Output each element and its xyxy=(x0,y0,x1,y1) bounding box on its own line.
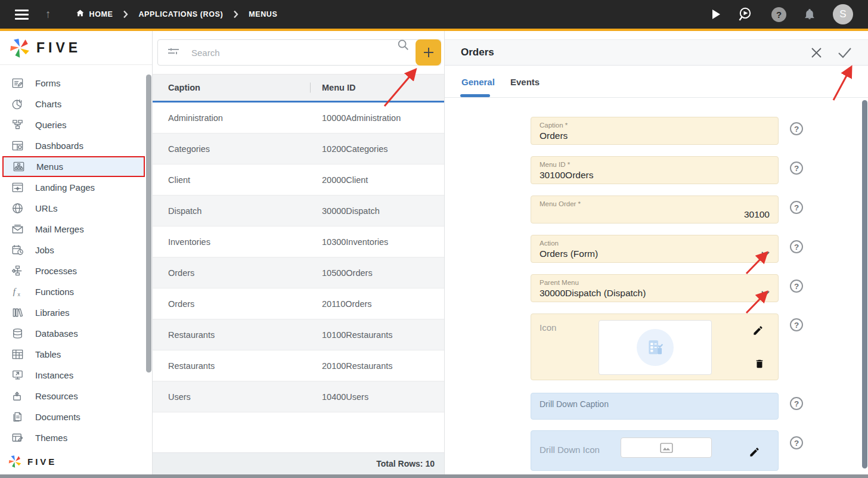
caption-field[interactable]: Caption * Orders xyxy=(531,117,779,145)
sidebar-item-label: Landing Pages xyxy=(35,182,95,193)
sidebar-item-themes[interactable]: Themes xyxy=(0,427,145,448)
help-icon[interactable]: ? xyxy=(790,318,803,331)
sidebar-item-functions[interactable]: fxFunctions xyxy=(0,281,145,302)
breadcrumb-home[interactable]: HOME xyxy=(75,8,113,20)
column-header-menu-id[interactable]: Menu ID xyxy=(310,83,444,92)
table-row[interactable]: Users10400Users xyxy=(153,381,444,412)
breadcrumb-menus[interactable]: MENUS xyxy=(249,10,277,18)
sidebar-item-landing-pages[interactable]: Landing Pages xyxy=(0,177,145,198)
help-icon[interactable]: ? xyxy=(790,201,803,214)
edit-icon[interactable] xyxy=(749,446,760,460)
tab-general[interactable]: General xyxy=(461,77,495,87)
cell-caption: Orders xyxy=(168,268,310,278)
breadcrumb-applications[interactable]: APPLICATIONS (ROS) xyxy=(138,10,223,18)
menus-icon xyxy=(12,160,26,173)
table-header[interactable]: Caption Menu ID xyxy=(153,74,444,103)
cell-menu-id: 20100Restaurants xyxy=(310,361,444,371)
table-row[interactable]: Orders20110Orders xyxy=(153,288,444,319)
action-field[interactable]: Action Orders (Form) xyxy=(531,235,779,263)
help-icon[interactable]: ? xyxy=(771,7,786,22)
help-icon[interactable]: ? xyxy=(790,280,803,293)
svg-text:f: f xyxy=(13,286,17,296)
sidebar-item-label: Themes xyxy=(35,433,67,443)
table-row[interactable]: Client20000Client xyxy=(153,164,444,195)
cell-menu-id: 10400Users xyxy=(310,392,444,402)
table-row[interactable]: Orders10500Orders xyxy=(153,257,444,288)
table-row[interactable]: Inventories10300Inventories xyxy=(153,226,444,257)
five-logo-bottom: FIVE xyxy=(7,454,57,469)
field-label: Menu Order * xyxy=(531,196,778,207)
field-label: Menu ID * xyxy=(531,157,778,168)
table-row[interactable]: Restaurants10100Restaurants xyxy=(153,319,444,350)
sidebar-item-processes[interactable]: Processes xyxy=(0,260,145,281)
drill-down-caption-field[interactable]: Drill Down Caption xyxy=(531,393,779,420)
table-row[interactable]: Administration10000Administration xyxy=(153,103,444,134)
field-label: Parent Menu xyxy=(531,275,778,286)
documents-icon xyxy=(11,410,24,424)
menu-icon[interactable] xyxy=(15,10,29,20)
help-icon[interactable]: ? xyxy=(790,240,803,253)
sidebar-item-label: Libraries xyxy=(35,308,70,318)
sidebar-item-resources[interactable]: Resources xyxy=(0,386,145,406)
databases-icon xyxy=(11,327,24,340)
run-icon[interactable] xyxy=(711,9,721,20)
menu-order-field[interactable]: Menu Order * 30100 xyxy=(531,195,779,224)
help-icon[interactable]: ? xyxy=(790,122,803,135)
detail-header: Orders xyxy=(445,39,868,66)
amber-accent-strip xyxy=(0,29,868,31)
five-logo[interactable]: FIVE xyxy=(8,36,81,60)
sidebar-item-dashboards[interactable]: Dashboards xyxy=(0,135,145,156)
forms-icon xyxy=(11,76,24,90)
help-icon[interactable]: ? xyxy=(790,162,803,175)
avatar[interactable]: S xyxy=(833,4,853,24)
sidebar-item-databases[interactable]: Databases xyxy=(0,323,145,344)
sidebar-scrollbar[interactable] xyxy=(146,75,151,373)
detail-tabs: General Events xyxy=(445,66,868,98)
parent-menu-dropdown-chevron[interactable] xyxy=(761,288,770,299)
table-row[interactable]: Restaurants20100Restaurants xyxy=(153,350,444,381)
drill-down-icon-field[interactable]: Drill Down Icon xyxy=(531,430,779,471)
sidebar-item-libraries[interactable]: Libraries xyxy=(0,302,145,323)
field-value: Orders xyxy=(531,129,778,141)
page-title: Orders xyxy=(461,46,494,58)
detail-scrollbar[interactable] xyxy=(862,100,867,468)
sidebar-item-documents[interactable]: Documents xyxy=(0,406,145,427)
tab-events[interactable]: Events xyxy=(510,77,540,87)
icon-field[interactable]: Icon xyxy=(531,314,779,380)
sidebar-item-jobs[interactable]: Jobs xyxy=(0,240,145,260)
field-value: Orders (Form) xyxy=(531,247,778,259)
cell-caption: Restaurants xyxy=(168,361,310,371)
sidebar-item-urls[interactable]: URLs xyxy=(0,198,145,219)
sidebar-item-charts[interactable]: Charts xyxy=(0,94,145,114)
horizontal-scrollbar[interactable] xyxy=(0,474,868,478)
edit-icon[interactable] xyxy=(752,325,764,339)
preview-icon[interactable] xyxy=(738,7,754,23)
help-icon[interactable]: ? xyxy=(790,397,803,410)
add-menu-button[interactable] xyxy=(416,39,441,66)
search-icon[interactable] xyxy=(396,38,410,54)
delete-icon[interactable] xyxy=(754,358,765,372)
parent-menu-field[interactable]: Parent Menu 30000Dispatch (Dispatch) xyxy=(531,274,779,302)
sidebar-item-tables[interactable]: Tables xyxy=(0,344,145,365)
field-value: 30100Orders xyxy=(531,168,778,181)
sidebar-item-mail-merges[interactable]: Mail Merges xyxy=(0,219,145,240)
cell-menu-id: 20110Orders xyxy=(310,299,444,309)
sidebar-item-queries[interactable]: Queries xyxy=(0,114,145,135)
action-dropdown-chevron[interactable] xyxy=(761,249,770,259)
sidebar-item-menus[interactable]: Menus xyxy=(2,156,145,177)
table-row[interactable]: Dispatch30000Dispatch xyxy=(153,195,444,226)
help-icon[interactable]: ? xyxy=(790,436,803,449)
menu-id-field[interactable]: Menu ID * 30100Orders xyxy=(531,156,779,184)
field-label: Drill Down Icon xyxy=(540,445,600,455)
close-button[interactable] xyxy=(811,47,822,58)
sidebar-item-forms[interactable]: Forms xyxy=(0,73,145,94)
column-header-caption[interactable]: Caption xyxy=(168,83,310,92)
arrow-up-icon[interactable]: ↑ xyxy=(45,8,51,21)
sidebar-item-instances[interactable]: Instances xyxy=(0,365,145,386)
five-wordmark: FIVE xyxy=(36,40,81,56)
notifications-icon[interactable] xyxy=(804,8,816,21)
table-row[interactable]: Categories10200Categories xyxy=(153,134,444,164)
filter-icon[interactable] xyxy=(168,46,179,58)
save-button[interactable] xyxy=(838,47,852,58)
field-label: Caption * xyxy=(531,117,778,129)
